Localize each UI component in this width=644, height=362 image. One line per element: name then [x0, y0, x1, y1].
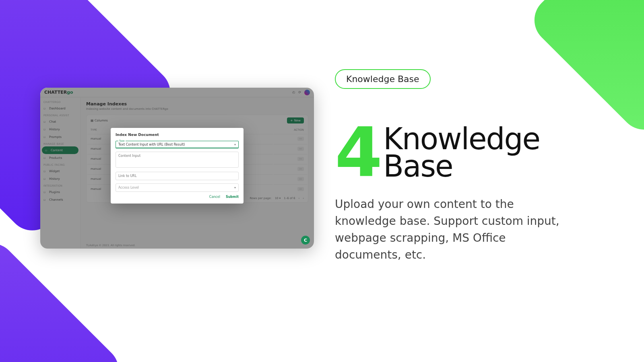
sidebar-item-label: Widget: [49, 169, 60, 173]
row-action-button[interactable]: ⋯: [297, 157, 304, 161]
bg-shape-purple-bottom: [0, 234, 128, 362]
page-subtitle: Indexing website content and documents i…: [86, 107, 308, 111]
home-icon: ▫: [43, 107, 47, 110]
row-action-button[interactable]: ⋯: [297, 167, 304, 171]
sidebar-section-label: CHATTERGO: [40, 99, 80, 105]
pager-range: 1–6 of 6: [284, 197, 295, 200]
clock-icon: ▫: [43, 128, 47, 131]
app-window: CHATTERgo ◴ ⟳ CHATTERGO▫DashboardPERSONA…: [40, 88, 314, 249]
modal-title: Index New Document: [116, 133, 239, 137]
category-pill: Knowledge Base: [335, 69, 431, 89]
row-action-button[interactable]: ⋯: [297, 137, 304, 141]
new-button[interactable]: +New: [287, 117, 304, 123]
cell-action: ⋯: [274, 154, 307, 163]
sidebar-item-label: Channels: [49, 198, 63, 202]
plus-icon: +: [290, 119, 293, 122]
index-new-document-modal: Index New Document Type Text Content Inp…: [111, 128, 244, 204]
hero-title: Knowledge Base: [383, 125, 540, 180]
page-title: Manage Indexes: [86, 101, 308, 107]
sidebar-item-label: Dashboard: [49, 107, 66, 110]
logo-text-a: CHATTER: [44, 90, 67, 95]
sidebar-item-label: Prompts: [49, 135, 62, 139]
sidebar-section-label: PERSONAL ASSIST: [40, 112, 80, 118]
sidebar-item-label: History: [49, 177, 60, 181]
app-header: CHATTERgo ◴ ⟳: [40, 88, 314, 97]
hero-row: 4 Knowledge Base: [335, 125, 601, 180]
avatar[interactable]: [304, 90, 310, 95]
chat-icon: ▫: [43, 120, 47, 123]
columns-icon: ▦: [91, 119, 93, 122]
clock-icon[interactable]: ◴: [292, 90, 295, 94]
sidebar-item-label: History: [49, 128, 60, 131]
refresh-icon[interactable]: ⟳: [298, 90, 301, 94]
widget-icon: ▫: [43, 169, 47, 173]
sidebar-item-chat[interactable]: ▫Chat: [40, 118, 80, 125]
sidebar-item-label: Products: [49, 156, 62, 160]
sidebar-item-history[interactable]: ▫History: [40, 125, 80, 133]
pager-next-icon[interactable]: ›: [303, 197, 304, 200]
cell-action: ⋯: [274, 174, 307, 183]
row-action-button[interactable]: ⋯: [297, 147, 304, 151]
step-number: 4: [335, 125, 380, 180]
cell-action: ⋯: [274, 184, 307, 193]
sidebar-section-label: PUBLIC FACING: [40, 162, 80, 167]
sidebar-item-label: Chat: [49, 120, 56, 123]
cell-action: ⋯: [274, 144, 307, 153]
cancel-button[interactable]: Cancel: [209, 195, 220, 199]
columns-label: Columns: [95, 119, 108, 122]
submit-button[interactable]: Submit: [226, 195, 239, 199]
cell-action: ⋯: [274, 134, 307, 143]
sidebar-item-plugins[interactable]: ▫Plugins: [40, 188, 80, 196]
sidebar-item-prompts[interactable]: ▫Prompts: [40, 133, 80, 141]
marketing-panel: Knowledge Base 4 Knowledge Base Upload y…: [335, 69, 601, 263]
content-input[interactable]: [116, 152, 239, 168]
columns-button[interactable]: ▦Columns: [91, 119, 108, 122]
type-select-value: Text Content Input with URL (Best Result…: [118, 143, 236, 146]
sidebar-item-channels[interactable]: ▫Channels: [40, 196, 80, 204]
sidebar-item-label: Content: [51, 148, 63, 152]
clock-icon: ▫: [43, 177, 47, 181]
row-action-button[interactable]: ⋯: [297, 177, 304, 181]
footer-text: TLAsKiyo © 2023. All rights reserved.: [86, 244, 135, 247]
sidebar-item-content[interactable]: ▫Content: [42, 146, 78, 154]
sidebar-item-label: Plugins: [49, 190, 60, 194]
sidebar-section-label: MANAGE BASE: [40, 141, 80, 146]
cell-action: ⋯: [274, 164, 307, 173]
doc-icon: ▫: [45, 148, 49, 152]
th-action: ACTION: [274, 127, 307, 133]
access-level-select[interactable]: Access Level: [116, 183, 239, 192]
broadcast-icon: ▫: [43, 198, 47, 202]
hero-description: Upload your own content to the knowledge…: [335, 196, 560, 263]
box-icon: ▫: [43, 156, 47, 160]
pager-size-select[interactable]: 10 ▾: [275, 197, 281, 200]
url-input[interactable]: [116, 172, 239, 180]
logo-text-b: go: [67, 90, 73, 95]
sidebar: CHATTERGO▫DashboardPERSONAL ASSIST▫Chat▫…: [40, 97, 80, 249]
sidebar-item-widget[interactable]: ▫Widget: [40, 167, 80, 175]
chat-fab[interactable]: C: [301, 236, 310, 245]
pager-prev-icon[interactable]: ‹: [298, 197, 299, 200]
hero-title-line1: Knowledge: [383, 125, 540, 152]
plug-icon: ▫: [43, 190, 47, 194]
header-icons: ◴ ⟳: [292, 90, 310, 95]
new-label: New: [294, 119, 301, 122]
sidebar-item-dashboard[interactable]: ▫Dashboard: [40, 105, 80, 112]
app-logo: CHATTERgo: [44, 90, 73, 95]
pager-label: Rows per page:: [250, 197, 272, 200]
sidebar-section-label: INTEGRATION: [40, 183, 80, 188]
tag-icon: ▫: [43, 135, 47, 139]
chat-fab-icon: C: [304, 238, 307, 243]
type-select[interactable]: Type Text Content Input with URL (Best R…: [116, 141, 239, 148]
sidebar-item-history[interactable]: ▫History: [40, 175, 80, 183]
sidebar-item-products[interactable]: ▫Products: [40, 154, 80, 162]
type-select-label: Type: [118, 139, 126, 142]
hero-title-line2: Base: [383, 152, 540, 180]
row-action-button[interactable]: ⋯: [297, 187, 304, 191]
